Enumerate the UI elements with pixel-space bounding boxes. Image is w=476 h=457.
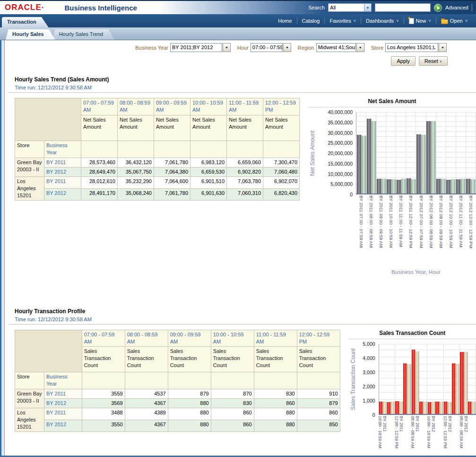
filter-field-store[interactable]: Los Angeles 15201;L: [385, 43, 438, 52]
column-header-hour[interactable]: 10:00 - 10:59 AM: [211, 330, 254, 347]
filter-dropdown-button[interactable]: ▼: [283, 43, 291, 52]
column-header-hour[interactable]: 08:00 - 08:59 AM: [118, 98, 154, 115]
bar-los-angeles-15201[interactable]: [448, 402, 451, 414]
bar-los-angeles-15201[interactable]: [401, 179, 406, 193]
bar-green-bay-20003-ii[interactable]: [466, 179, 470, 193]
bar-green-bay-20003-ii[interactable]: [446, 180, 450, 193]
bar-green-bay-20003-ii[interactable]: [452, 363, 455, 414]
bar-los-angeles-15201[interactable]: [423, 402, 426, 414]
column-header-hour[interactable]: 10:00 - 10:59 AM: [190, 98, 227, 115]
column-header-hour[interactable]: 12:00 - 12:59 PM: [263, 98, 300, 115]
business-year-link[interactable]: BY 2012: [44, 399, 82, 408]
nav-item-open[interactable]: Open˅: [436, 18, 472, 24]
bar-green-bay-20003-ii[interactable]: [397, 180, 401, 193]
nav-item-catalog[interactable]: Catalog: [297, 18, 325, 24]
bar-green-bay-20003-ii[interactable]: [379, 402, 382, 414]
business-year-link[interactable]: BY 2011: [44, 408, 82, 420]
search-label: Search: [308, 5, 325, 10]
net-sales-amount-chart: Net Sales AmountNet Sales Amount05,000,0…: [308, 98, 476, 275]
business-year-link[interactable]: BY 2011: [44, 158, 81, 167]
bar-los-angeles-15201[interactable]: [472, 402, 475, 414]
business-year-link[interactable]: BY 2011: [44, 389, 82, 399]
column-header-hour[interactable]: 11:00 - 11:59 AM: [227, 98, 263, 115]
bar-los-angeles-15201[interactable]: [372, 121, 376, 193]
value-cell: 880: [254, 420, 297, 432]
tab-hourly-sales[interactable]: Hourly Sales: [6, 29, 55, 40]
column-header-hour[interactable]: 08:00 - 08:59 AM: [125, 330, 168, 347]
bar-green-bay-20003-ii[interactable]: [468, 402, 471, 414]
column-header-hour[interactable]: 07:00 - 07:59 AM: [81, 98, 118, 115]
column-header-hour[interactable]: 11:00 - 11:59 AM: [254, 330, 297, 347]
filter-field-region[interactable]: Midwest 41;Southw: [316, 43, 356, 52]
bar-green-bay-20003-ii[interactable]: [416, 134, 421, 193]
bar-green-bay-20003-ii[interactable]: [387, 402, 390, 414]
bar-green-bay-20003-ii[interactable]: [377, 179, 381, 193]
bar-los-angeles-15201[interactable]: [399, 402, 403, 414]
bar-green-bay-20003-ii[interactable]: [435, 402, 439, 414]
bar-los-angeles-15201[interactable]: [383, 402, 386, 414]
filter-field-hour[interactable]: 07:00 - 07:59 AM;08: [251, 43, 283, 52]
bar-green-bay-20003-ii[interactable]: [460, 352, 463, 414]
bar-los-angeles-15201[interactable]: [391, 402, 394, 414]
bar-green-bay-20003-ii[interactable]: [357, 135, 361, 193]
bar-los-angeles-15201[interactable]: [456, 364, 459, 414]
row-header-business-year[interactable]: Business Year: [44, 372, 82, 389]
bar-los-angeles-15201[interactable]: [391, 179, 396, 193]
advanced-link[interactable]: Advanced: [445, 5, 468, 10]
bar-los-angeles-15201[interactable]: [415, 352, 419, 414]
bar-green-bay-20003-ii[interactable]: [436, 179, 441, 193]
bar-los-angeles-15201[interactable]: [421, 135, 425, 193]
bar-los-angeles-15201[interactable]: [461, 179, 465, 193]
dropdown-arrow-icon[interactable]: ▼: [364, 4, 371, 11]
bar-green-bay-20003-ii[interactable]: [387, 179, 391, 193]
column-header-hour[interactable]: 09:00 - 09:59 AM: [154, 98, 190, 115]
bar-green-bay-20003-ii[interactable]: [428, 402, 431, 414]
bar-los-angeles-15201[interactable]: [451, 179, 455, 193]
bar-los-angeles-15201[interactable]: [471, 179, 475, 193]
bar-los-angeles-15201[interactable]: [464, 352, 467, 414]
search-go-icon[interactable]: [434, 4, 442, 12]
row-header-business-year[interactable]: Business Year: [44, 141, 81, 158]
filter-dropdown-button[interactable]: ▼: [356, 43, 364, 52]
business-year-link[interactable]: BY 2012: [44, 420, 82, 432]
column-header-hour[interactable]: 09:00 - 09:59 AM: [168, 330, 211, 347]
filter-dropdown-button[interactable]: ▼: [223, 43, 231, 52]
reset-button[interactable]: Reset˅: [419, 56, 448, 66]
bar-green-bay-20003-ii[interactable]: [412, 350, 415, 414]
bar-los-angeles-15201[interactable]: [381, 179, 386, 193]
filter-dropdown-button[interactable]: ▼: [439, 43, 447, 52]
bar-green-bay-20003-ii[interactable]: [367, 119, 371, 193]
apply-button[interactable]: Apply: [391, 56, 415, 66]
bar-los-angeles-15201[interactable]: [407, 364, 410, 414]
column-header-hour[interactable]: 07:00 - 07:59 AM: [82, 330, 125, 347]
tab-hourly-sales-trend[interactable]: Hourly Sales Trend: [52, 29, 115, 40]
bar-green-bay-20003-ii[interactable]: [456, 179, 460, 193]
column-header-hour[interactable]: 12:00 - 12:59 PM: [297, 330, 340, 347]
nav-item-new[interactable]: New˅: [404, 18, 436, 24]
search-input[interactable]: [375, 3, 431, 12]
bar-los-angeles-15201[interactable]: [432, 402, 435, 414]
dashboard-page-tab-transaction[interactable]: Transaction: [2, 17, 49, 27]
bar-los-angeles-15201[interactable]: [441, 179, 445, 193]
business-year-link[interactable]: BY 2011: [44, 177, 81, 189]
business-year-link[interactable]: BY 2012: [44, 167, 81, 177]
x-tick-label: BY 2012 08:00 - 08:59 AM: [429, 195, 433, 266]
bar-green-bay-20003-ii[interactable]: [419, 402, 423, 414]
bar-green-bay-20003-ii[interactable]: [403, 363, 407, 414]
bar-los-angeles-15201[interactable]: [362, 136, 366, 193]
nav-item-home[interactable]: Home: [273, 18, 296, 24]
nav-item-dashboards[interactable]: Dashboards˅: [361, 18, 404, 24]
filter-field-business-year[interactable]: BY 2011;BY 2012: [170, 43, 222, 52]
bar-green-bay-20003-ii[interactable]: [426, 121, 431, 193]
nav-item-favorites[interactable]: Favorites˅: [325, 18, 361, 24]
business-year-link[interactable]: BY 2012: [44, 189, 81, 201]
search-scope-select[interactable]: All ▼: [328, 3, 372, 12]
bar-green-bay-20003-ii[interactable]: [444, 402, 447, 414]
table-row: BY 201235504367880860880850: [15, 420, 340, 432]
bar-green-bay-20003-ii[interactable]: [407, 178, 411, 193]
bar-green-bay-20003-ii[interactable]: [395, 401, 398, 414]
bar-los-angeles-15201[interactable]: [411, 179, 415, 193]
y-axis-ticks: 05,000,00010,000,00015,000,00020,000,000…: [316, 112, 356, 194]
bar-los-angeles-15201[interactable]: [431, 121, 435, 193]
bar-los-angeles-15201[interactable]: [440, 402, 443, 414]
